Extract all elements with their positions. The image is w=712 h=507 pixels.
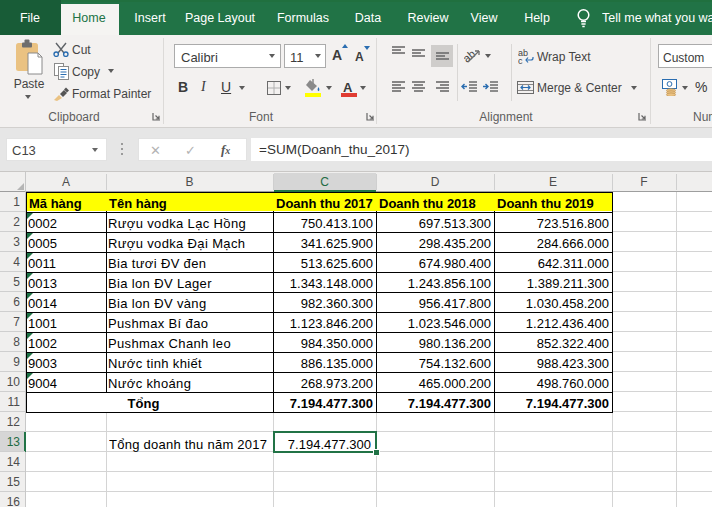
- svg-text:ab: ab: [464, 47, 477, 64]
- svg-text:c: c: [518, 56, 523, 64]
